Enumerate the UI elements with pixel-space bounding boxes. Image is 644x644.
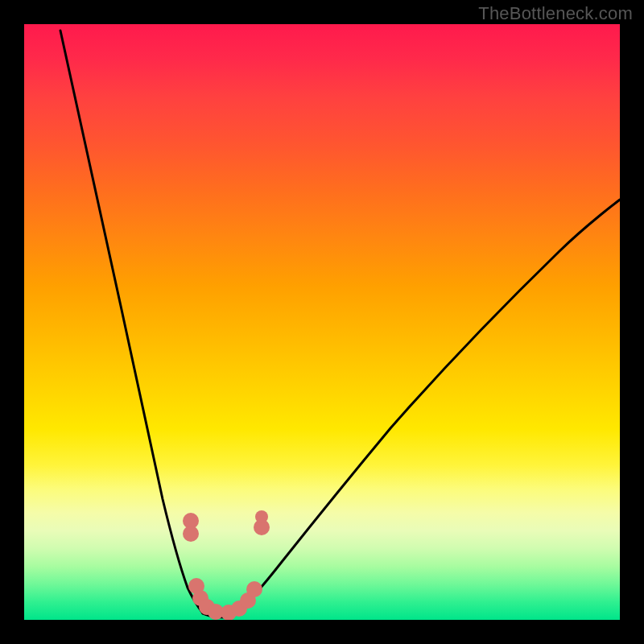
curve-left-branch bbox=[60, 31, 203, 613]
svg-point-9 bbox=[246, 581, 262, 597]
scatter-points bbox=[183, 510, 270, 620]
curve-right-branch bbox=[236, 200, 620, 613]
svg-point-1 bbox=[183, 526, 199, 542]
chart-frame: TheBottleneck.com bbox=[0, 0, 644, 644]
watermark-text: TheBottleneck.com bbox=[478, 3, 633, 24]
svg-point-11 bbox=[255, 510, 268, 523]
plot-area bbox=[24, 24, 620, 620]
chart-svg bbox=[24, 24, 620, 620]
